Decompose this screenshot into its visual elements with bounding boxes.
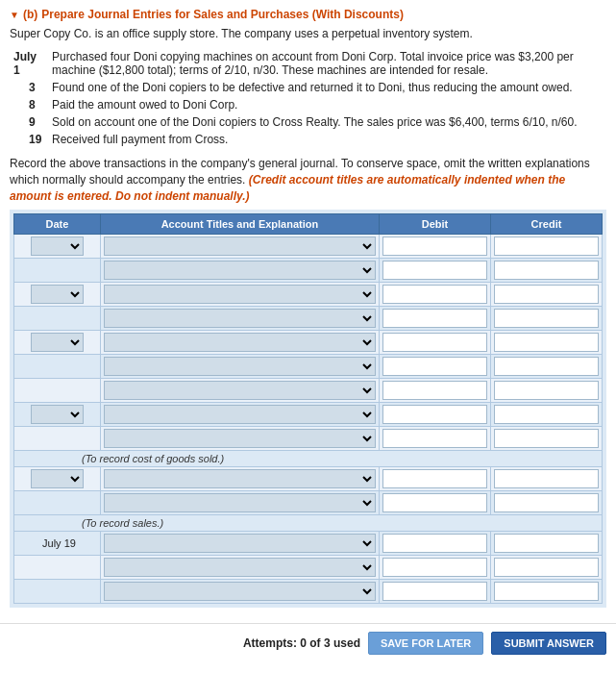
save-for-later-button[interactable]: SAVE FOR LATER — [368, 632, 483, 655]
credit-field-4[interactable] — [490, 307, 602, 331]
debit-field-8[interactable] — [379, 403, 490, 427]
debit-input-14[interactable] — [382, 582, 487, 601]
credit-field-10[interactable] — [490, 467, 602, 491]
account-field-12[interactable] — [100, 532, 379, 556]
date-field-8[interactable] — [14, 403, 101, 427]
account-select-12[interactable] — [104, 534, 376, 553]
debit-field-2[interactable] — [379, 259, 490, 283]
credit-field-11[interactable] — [490, 491, 602, 515]
debit-field-10[interactable] — [379, 467, 490, 491]
account-select-9[interactable] — [104, 429, 376, 448]
account-select-11[interactable] — [104, 493, 376, 512]
date-field-3[interactable] — [14, 283, 101, 307]
credit-input-11[interactable] — [494, 493, 599, 512]
table-row — [14, 427, 603, 451]
date-field-10[interactable] — [14, 467, 101, 491]
account-field-10[interactable] — [100, 467, 379, 491]
account-select-5[interactable] — [104, 333, 376, 352]
debit-input-5[interactable] — [382, 333, 487, 352]
credit-field-1[interactable] — [490, 235, 602, 259]
credit-field-5[interactable] — [490, 331, 602, 355]
debit-field-5[interactable] — [379, 331, 490, 355]
july-19-label: July 19 — [38, 537, 76, 549]
date-field-5[interactable] — [14, 331, 101, 355]
debit-field-7[interactable] — [379, 379, 490, 403]
debit-input-4[interactable] — [382, 309, 487, 328]
account-select-6[interactable] — [104, 357, 376, 376]
credit-input-14[interactable] — [494, 582, 599, 601]
date-select-5[interactable] — [31, 333, 84, 352]
date-select-10[interactable] — [31, 469, 84, 488]
account-field-6[interactable] — [100, 355, 379, 379]
account-field-7[interactable] — [100, 379, 379, 403]
credit-field-13[interactable] — [490, 556, 602, 580]
account-field-13[interactable] — [100, 556, 379, 580]
credit-field-14[interactable] — [490, 580, 602, 604]
credit-input-6[interactable] — [494, 357, 599, 376]
debit-input-12[interactable] — [382, 534, 487, 553]
account-select-2[interactable] — [104, 261, 376, 280]
credit-input-3[interactable] — [494, 285, 599, 304]
account-select-7[interactable] — [104, 381, 376, 400]
credit-input-4[interactable] — [494, 309, 599, 328]
debit-field-13[interactable] — [379, 556, 490, 580]
debit-field-14[interactable] — [379, 580, 490, 604]
debit-input-11[interactable] — [382, 493, 487, 512]
debit-input-10[interactable] — [382, 469, 487, 488]
account-field-11[interactable] — [100, 491, 379, 515]
account-field-4[interactable] — [100, 307, 379, 331]
debit-field-1[interactable] — [379, 235, 490, 259]
account-field-3[interactable] — [100, 283, 379, 307]
date-select-3[interactable] — [31, 285, 84, 304]
credit-field-7[interactable] — [490, 379, 602, 403]
debit-field-4[interactable] — [379, 307, 490, 331]
credit-field-9[interactable] — [490, 427, 602, 451]
credit-input-9[interactable] — [494, 429, 599, 448]
debit-input-6[interactable] — [382, 357, 487, 376]
debit-input-3[interactable] — [382, 285, 487, 304]
account-field-14[interactable] — [100, 580, 379, 604]
credit-input-10[interactable] — [494, 469, 599, 488]
debit-input-9[interactable] — [382, 429, 487, 448]
date-select-8[interactable] — [31, 405, 84, 424]
debit-field-3[interactable] — [379, 283, 490, 307]
credit-input-7[interactable] — [494, 381, 599, 400]
credit-input-8[interactable] — [494, 405, 599, 424]
debit-field-9[interactable] — [379, 427, 490, 451]
credit-field-3[interactable] — [490, 283, 602, 307]
account-field-1[interactable] — [100, 235, 379, 259]
debit-input-8[interactable] — [382, 405, 487, 424]
credit-input-5[interactable] — [494, 333, 599, 352]
debit-field-11[interactable] — [379, 491, 490, 515]
table-row: July 19 — [14, 532, 603, 556]
debit-input-13[interactable] — [382, 558, 487, 577]
credit-input-2[interactable] — [494, 261, 599, 280]
account-select-1[interactable] — [104, 237, 376, 256]
credit-input-13[interactable] — [494, 558, 599, 577]
account-select-3[interactable] — [104, 285, 376, 304]
debit-field-12[interactable] — [379, 532, 490, 556]
submit-answer-button[interactable]: SUBMIT ANSWER — [491, 632, 606, 655]
credit-field-8[interactable] — [490, 403, 602, 427]
account-select-10[interactable] — [104, 469, 376, 488]
date-field-1[interactable] — [14, 235, 101, 259]
debit-input-7[interactable] — [382, 381, 487, 400]
debit-input-1[interactable] — [382, 237, 487, 256]
date-select-1[interactable] — [31, 237, 84, 256]
credit-field-12[interactable] — [490, 532, 602, 556]
debit-input-2[interactable] — [382, 261, 487, 280]
credit-input-1[interactable] — [494, 237, 599, 256]
account-field-9[interactable] — [100, 427, 379, 451]
credit-input-12[interactable] — [494, 534, 599, 553]
account-select-13[interactable] — [104, 558, 376, 577]
account-select-14[interactable] — [104, 582, 376, 601]
account-select-8[interactable] — [104, 405, 376, 424]
credit-field-6[interactable] — [490, 355, 602, 379]
date-cell-empty-10 — [14, 491, 101, 515]
credit-field-2[interactable] — [490, 259, 602, 283]
account-select-4[interactable] — [104, 309, 376, 328]
account-field-2[interactable] — [100, 259, 379, 283]
account-field-5[interactable] — [100, 331, 379, 355]
debit-field-6[interactable] — [379, 355, 490, 379]
account-field-8[interactable] — [100, 403, 379, 427]
